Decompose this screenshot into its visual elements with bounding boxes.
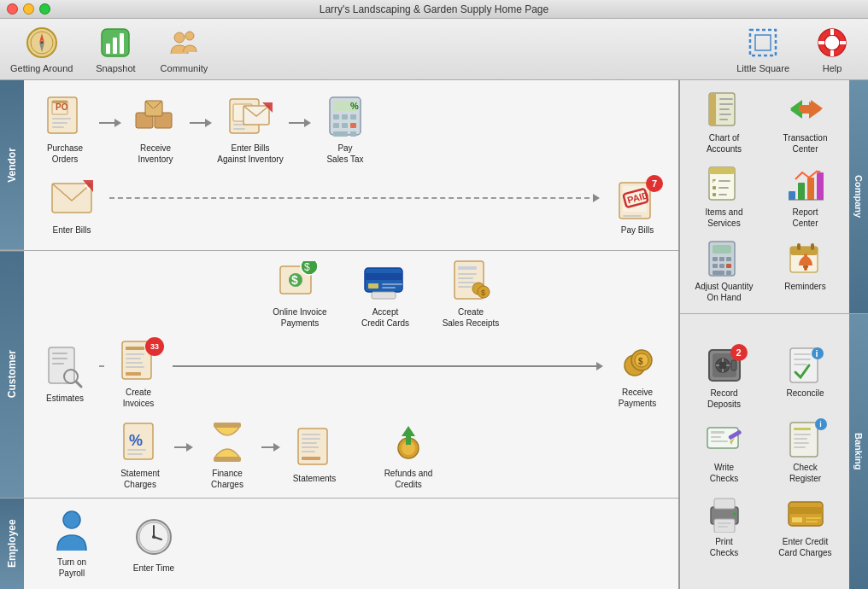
svg-rect-68 xyxy=(458,266,477,270)
vendor-label: Vendor xyxy=(0,80,24,250)
print-checks-label: PrintChecks xyxy=(710,536,738,558)
purchase-orders-item[interactable]: PO PurchaseOrders xyxy=(31,91,99,168)
vendor-row1: PO PurchaseOrders xyxy=(31,91,672,168)
close-button[interactable] xyxy=(7,3,18,15)
record-deposits-badge: 2 xyxy=(730,344,748,361)
transaction-center-item[interactable]: TransactionCenter xyxy=(766,87,844,158)
receive-payments-label: ReceivePayments xyxy=(619,387,656,409)
enter-bills-item[interactable]: Enter Bills xyxy=(38,173,106,239)
svg-point-161 xyxy=(804,254,807,257)
employee-section: Employee Turn onPayroll xyxy=(0,499,678,589)
pay-bills-label: Pay Bills xyxy=(621,225,654,236)
svg-rect-150 xyxy=(713,264,718,268)
online-invoice-label: Online InvoicePayments xyxy=(273,306,326,329)
minimize-button[interactable] xyxy=(23,3,34,15)
create-sales-receipts-item[interactable]: $ CreateSales Receipts xyxy=(437,255,505,332)
invoice-doc-icon: 33 xyxy=(116,339,161,383)
refunds-credits-item[interactable]: Refunds andCredits xyxy=(374,417,443,493)
svg-rect-184 xyxy=(794,428,811,430)
svg-rect-196 xyxy=(789,507,823,514)
finance-charges-item[interactable]: FinanceCharges xyxy=(193,417,261,493)
reconcile-item[interactable]: i Reconcile xyxy=(766,342,844,413)
getting-around-label: Getting Around xyxy=(10,63,73,73)
svg-rect-147 xyxy=(713,257,718,261)
receive-inventory-item[interactable]: ReceiveInventory xyxy=(121,91,190,168)
main-content: Vendor PO xyxy=(0,80,868,589)
create-invoices-item[interactable]: 33 CreateInvoices xyxy=(104,335,173,412)
svg-text:%: % xyxy=(350,101,359,111)
little-square-button[interactable]: Little Square xyxy=(736,26,789,73)
print-checks-item[interactable]: PrintChecks xyxy=(685,491,763,562)
report-center-label: ReportCenter xyxy=(792,207,818,229)
svg-rect-40 xyxy=(333,114,339,120)
svg-rect-77 xyxy=(52,353,67,354)
reminders-label: Reminders xyxy=(784,281,825,292)
write-checks-label: WriteChecks xyxy=(710,462,738,484)
record-deposits-item[interactable]: 2 RecordDeposits xyxy=(685,342,763,413)
svg-rect-8 xyxy=(120,33,124,54)
svg-rect-132 xyxy=(709,167,735,174)
svg-point-4 xyxy=(40,41,44,44)
online-invoice-item[interactable]: $ $ Online InvoicePayments xyxy=(266,255,334,332)
svg-point-160 xyxy=(804,267,807,271)
reminders-item[interactable]: Reminders xyxy=(766,236,844,306)
receive-payments-item[interactable]: $ ReceivePayments xyxy=(603,335,672,412)
receipt-icon: $ xyxy=(449,259,493,303)
enter-bills-inv-item[interactable]: Enter BillsAgainst Inventory xyxy=(212,91,289,168)
enter-credit-card-item[interactable]: Enter CreditCard Charges xyxy=(766,491,844,562)
estimates-item[interactable]: Estimates xyxy=(31,341,99,407)
statement-charges-item[interactable]: % StatementCharges xyxy=(106,417,174,493)
svg-rect-12 xyxy=(755,35,771,50)
svg-rect-95 xyxy=(127,449,146,451)
bill-inv-icon xyxy=(228,95,273,139)
community-label: Community xyxy=(161,63,208,73)
pay-sales-tax-label: PaySales Tax xyxy=(326,143,363,165)
svg-rect-98 xyxy=(214,457,241,462)
svg-rect-118 xyxy=(719,98,733,100)
window-title: Larry's Landscaping & Garden Supply Home… xyxy=(320,3,548,15)
svg-text:PO: PO xyxy=(56,102,68,112)
svg-rect-34 xyxy=(233,128,245,130)
svg-rect-79 xyxy=(52,363,64,364)
svg-rect-122 xyxy=(719,119,728,120)
svg-rect-192 xyxy=(718,522,731,524)
pay-sales-tax-item[interactable]: % PaySales Tax xyxy=(311,91,379,168)
window-controls[interactable] xyxy=(7,3,50,15)
maximize-button[interactable] xyxy=(39,3,50,15)
enter-credit-card-label: Enter CreditCard Charges xyxy=(778,536,831,558)
items-services-item[interactable]: Items andServices xyxy=(685,161,763,232)
pay-bills-badge: 7 xyxy=(646,175,663,192)
svg-rect-47 xyxy=(350,131,356,137)
svg-rect-154 xyxy=(726,271,731,275)
statements-doc-icon xyxy=(292,425,337,469)
community-button[interactable]: Community xyxy=(158,26,209,73)
enter-time-item[interactable]: Enter Time xyxy=(120,511,188,577)
svg-rect-135 xyxy=(713,186,716,190)
snapshot-button[interactable]: Snapshot xyxy=(90,26,141,73)
check-register-item[interactable]: i CheckRegister xyxy=(766,417,844,487)
svg-rect-46 xyxy=(333,131,348,137)
stmt-charges-icon: % xyxy=(118,420,162,464)
svg-rect-117 xyxy=(709,93,716,125)
lifebuoy-icon xyxy=(815,26,849,60)
banking-content: 2 RecordDeposits xyxy=(680,314,849,589)
turn-on-payroll-item[interactable]: Turn onPayroll xyxy=(38,505,106,582)
adjust-quantity-item[interactable]: Adjust QuantityOn Hand xyxy=(685,236,763,306)
statements-item[interactable]: Statements xyxy=(280,422,349,487)
help-button[interactable]: Help xyxy=(806,26,858,73)
purchase-orders-label: PurchaseOrders xyxy=(47,143,83,165)
statement-charges-label: StatementCharges xyxy=(120,468,160,490)
report-center-item[interactable]: ReportCenter xyxy=(766,161,844,232)
svg-rect-146 xyxy=(713,245,731,254)
getting-around-button[interactable]: Getting Around xyxy=(10,26,73,73)
pay-bills-item[interactable]: PAID 7 Pay Bills xyxy=(603,173,672,239)
svg-rect-134 xyxy=(718,180,730,182)
svg-rect-149 xyxy=(726,257,731,261)
create-invoices-badge: 33 xyxy=(145,337,164,356)
statements-label: Statements xyxy=(293,473,337,484)
svg-rect-69 xyxy=(458,273,477,275)
svg-rect-65 xyxy=(382,287,396,289)
accept-credit-item[interactable]: AcceptCredit Cards xyxy=(351,255,419,332)
chart-of-accounts-item[interactable]: Chart ofAccounts xyxy=(685,87,763,158)
write-checks-item[interactable]: WriteChecks xyxy=(685,417,763,487)
